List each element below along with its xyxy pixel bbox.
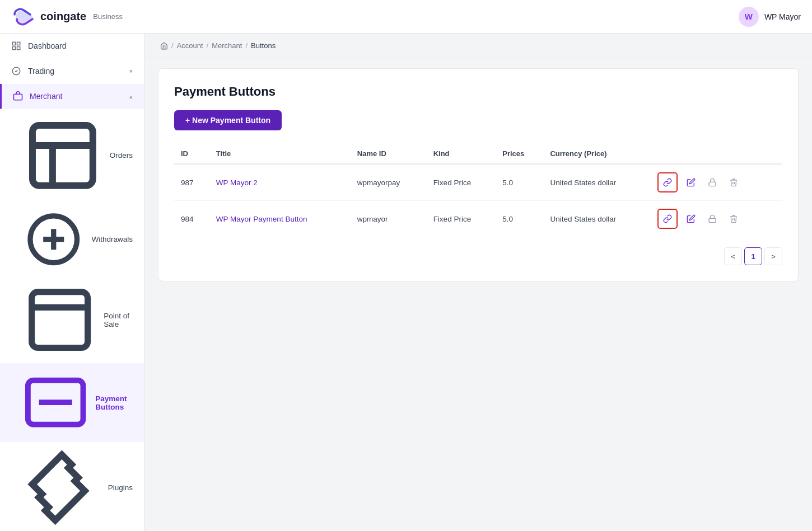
lock-button[interactable] xyxy=(704,211,720,227)
breadcrumb-account[interactable]: Account xyxy=(177,41,203,50)
svg-rect-5 xyxy=(14,94,22,100)
plugins-icon xyxy=(22,448,101,527)
prev-page-button[interactable]: < xyxy=(724,247,742,265)
link-icon xyxy=(663,178,672,187)
edit-button[interactable] xyxy=(683,211,699,227)
col-header-kind: Kind xyxy=(427,144,496,164)
main-content: / Account / Merchant / Buttons Payment B… xyxy=(144,34,812,531)
svg-rect-2 xyxy=(12,47,15,50)
col-header-currency: Currency (Price) xyxy=(543,144,651,164)
link-icon xyxy=(663,214,672,223)
sidebar-label-trading: Trading xyxy=(28,67,54,76)
title-link[interactable]: WP Mayor 2 xyxy=(216,178,258,187)
svg-rect-24 xyxy=(709,218,716,222)
merchant-icon xyxy=(13,91,23,101)
svg-rect-10 xyxy=(32,292,88,348)
page-title: Payment Buttons xyxy=(174,84,782,99)
new-payment-button[interactable]: + New Payment Button xyxy=(174,110,282,130)
sidebar-item-dashboard[interactable]: Dashboard xyxy=(0,34,144,59)
edit-icon xyxy=(687,214,696,223)
current-page-button[interactable]: 1 xyxy=(744,247,762,265)
sidebar-item-merchant[interactable]: Merchant ▴ xyxy=(0,84,144,109)
sidebar-item-plugins[interactable]: Plugins xyxy=(0,442,144,531)
withdrawals-icon xyxy=(22,208,85,270)
logo-icon xyxy=(11,7,36,27)
next-page-button[interactable]: > xyxy=(764,247,782,265)
cell-id: 987 xyxy=(174,164,209,201)
delete-icon xyxy=(729,178,738,187)
cell-id: 984 xyxy=(174,201,209,237)
link-button[interactable] xyxy=(660,211,675,227)
cell-prices: 5.0 xyxy=(496,201,543,237)
sidebar-item-withdrawals[interactable]: Withdrawals xyxy=(0,202,144,276)
col-header-name-id: Name ID xyxy=(351,144,427,164)
cell-title: WP Mayor 2 xyxy=(209,164,351,201)
cell-currency: United States dollar xyxy=(543,201,651,237)
trading-chevron: ▾ xyxy=(129,68,133,75)
merchant-chevron: ▴ xyxy=(129,93,133,100)
dashboard-icon xyxy=(11,41,21,51)
delete-button[interactable] xyxy=(726,175,741,190)
svg-rect-6 xyxy=(32,125,93,186)
actions-group xyxy=(657,172,776,192)
cell-name-id: wpmayorpay xyxy=(351,164,427,201)
cell-currency: United States dollar xyxy=(543,164,651,201)
col-header-prices: Prices xyxy=(496,144,543,164)
sidebar-item-trading[interactable]: Trading ▾ xyxy=(0,59,144,84)
sidebar: Dashboard Trading ▾ Merchant ▴ Orders Wi… xyxy=(0,34,144,531)
payment-buttons-table: ID Title Name ID Kind Prices Currency (P… xyxy=(174,144,782,237)
col-header-actions xyxy=(651,144,782,164)
sidebar-item-orders[interactable]: Orders xyxy=(0,109,144,202)
edit-button[interactable] xyxy=(683,175,699,190)
col-header-id: ID xyxy=(174,144,209,164)
sidebar-item-payment-buttons[interactable]: Payment Buttons xyxy=(0,363,144,441)
pos-icon xyxy=(22,283,97,357)
delete-button[interactable] xyxy=(726,211,741,227)
lock-icon xyxy=(708,214,717,223)
logo-text: coingate xyxy=(40,10,86,23)
edit-icon xyxy=(687,178,696,187)
title-link[interactable]: WP Mayor Payment Button xyxy=(216,215,307,223)
sidebar-label-payment-buttons: Payment Buttons xyxy=(95,394,133,411)
logo-area: coingate Business xyxy=(11,7,123,27)
breadcrumb-current: Buttons xyxy=(251,41,276,50)
table-row: 984 WP Mayor Payment Button wpmayor Fixe… xyxy=(174,201,782,237)
avatar: W xyxy=(739,7,759,27)
svg-rect-1 xyxy=(17,42,20,45)
pagination: < 1 > xyxy=(174,247,782,265)
svg-rect-23 xyxy=(709,182,716,186)
home-icon xyxy=(160,42,168,50)
cell-prices: 5.0 xyxy=(496,164,543,201)
user-area[interactable]: W WP Mayor xyxy=(739,7,801,27)
link-action-highlight xyxy=(657,209,678,229)
svg-rect-3 xyxy=(17,47,20,50)
payment-buttons-icon xyxy=(22,369,88,435)
table-row: 987 WP Mayor 2 wpmayorpay Fixed Price 5.… xyxy=(174,164,782,201)
sidebar-label-merchant: Merchant xyxy=(30,92,62,101)
logo-badge: Business xyxy=(93,12,123,21)
orders-icon xyxy=(22,115,103,196)
sidebar-label-withdrawals: Withdrawals xyxy=(91,235,133,243)
breadcrumb: / Account / Merchant / Buttons xyxy=(144,34,812,58)
trading-icon xyxy=(11,66,21,76)
sidebar-label-plugins: Plugins xyxy=(108,483,133,492)
lock-button[interactable] xyxy=(704,175,720,190)
link-button[interactable] xyxy=(660,175,675,190)
breadcrumb-merchant[interactable]: Merchant xyxy=(212,41,242,50)
cell-kind: Fixed Price xyxy=(427,201,496,237)
lock-icon xyxy=(708,178,717,187)
col-header-title: Title xyxy=(209,144,351,164)
svg-rect-0 xyxy=(12,42,15,45)
sidebar-label-pos: Point of Sale xyxy=(104,312,133,328)
cell-kind: Fixed Price xyxy=(427,164,496,201)
cell-actions xyxy=(651,201,782,237)
cell-title: WP Mayor Payment Button xyxy=(209,201,351,237)
sidebar-item-pos[interactable]: Point of Sale xyxy=(0,276,144,363)
content-card: Payment Buttons + New Payment Button ID … xyxy=(158,68,799,281)
delete-icon xyxy=(729,214,738,223)
topbar: coingate Business W WP Mayor xyxy=(0,0,812,34)
sidebar-label-orders: Orders xyxy=(110,151,133,159)
link-action-highlight xyxy=(657,172,678,192)
username: WP Mayor xyxy=(764,12,801,21)
cell-name-id: wpmayor xyxy=(351,201,427,237)
